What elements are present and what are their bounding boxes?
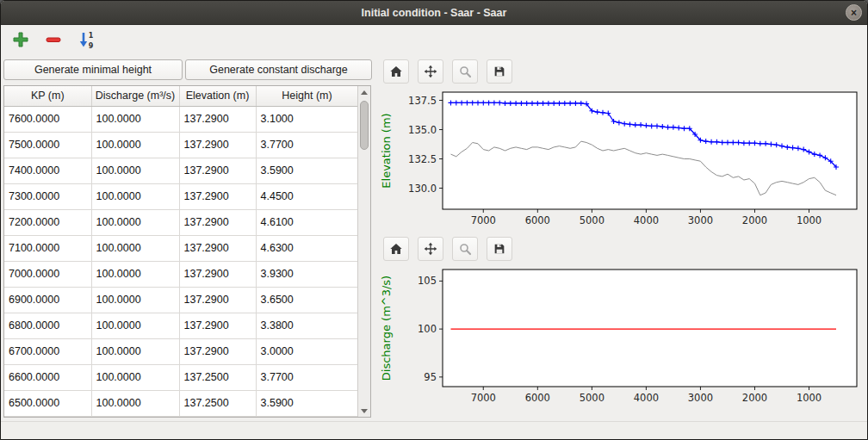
close-button[interactable]: ×: [846, 4, 862, 21]
table-cell[interactable]: 6500.0000: [4, 390, 91, 416]
add-row-button[interactable]: [8, 28, 34, 52]
table-cell[interactable]: 137.2900: [179, 235, 256, 261]
elevation-zoom-button[interactable]: [452, 59, 478, 84]
elevation-plot-toolbar: [376, 56, 867, 85]
table-cell[interactable]: 3.5900: [256, 390, 358, 416]
table-scrollbar[interactable]: [357, 86, 370, 417]
table-cell[interactable]: 137.2500: [179, 364, 256, 390]
table-cell[interactable]: 100.0000: [91, 313, 179, 338]
elevation-chart[interactable]: 7000600050004000300020001000130.0132.513…: [378, 85, 865, 233]
table-cell[interactable]: 100.0000: [91, 364, 179, 390]
table-row: 7200.0000100.0000137.29004.6100: [4, 209, 358, 235]
table-header-cell[interactable]: Discharge (m³/s): [91, 86, 179, 106]
table-body: 7600.0000100.0000137.29003.10007500.0000…: [4, 106, 358, 416]
generate-constant-discharge-button[interactable]: Generate constant discharge: [185, 59, 372, 80]
sort-rows-button[interactable]: 1 9: [73, 28, 99, 52]
discharge-home-button[interactable]: [383, 237, 409, 261]
table-cell[interactable]: 137.2900: [179, 261, 256, 287]
table-cell[interactable]: 3.3800: [256, 313, 358, 338]
table-cell[interactable]: 100.0000: [91, 390, 179, 416]
elevation-save-button[interactable]: [487, 59, 512, 84]
scrollbar-thumb[interactable]: [360, 101, 369, 150]
right-panel: 7000600050004000300020001000130.0132.513…: [375, 54, 867, 421]
table-row: 6500.0000100.0000137.25003.5900: [4, 390, 358, 416]
table-cell[interactable]: 100.0000: [91, 338, 179, 364]
main-toolbar: 1 9: [1, 25, 867, 54]
scrollbar-down-button[interactable]: [358, 405, 370, 417]
table-cell[interactable]: 3.6500: [256, 287, 358, 313]
table-cell[interactable]: 3.5900: [256, 158, 358, 183]
svg-text:135.0: 135.0: [408, 124, 437, 136]
table-cell[interactable]: 100.0000: [91, 106, 179, 132]
table-cell[interactable]: 137.2500: [179, 390, 256, 416]
table-cell[interactable]: 100.0000: [91, 261, 179, 287]
table-header-cell[interactable]: Height (m): [256, 86, 358, 106]
discharge-chart[interactable]: 700060005000400030002000100095100105Disc…: [378, 263, 865, 411]
generate-minimal-height-button[interactable]: Generate minimal height: [3, 59, 183, 80]
svg-text:7000: 7000: [471, 214, 496, 226]
svg-text:2000: 2000: [742, 214, 767, 226]
table-cell[interactable]: 7400.0000: [4, 158, 91, 183]
table-cell[interactable]: 137.2900: [179, 183, 256, 209]
window-title: Initial condition - Saar - Saar: [362, 7, 507, 19]
table-cell[interactable]: 3.7700: [256, 132, 358, 158]
table-cell[interactable]: 6900.0000: [4, 287, 91, 313]
remove-row-button[interactable]: [40, 28, 66, 52]
table-cell[interactable]: 100.0000: [91, 183, 179, 209]
table-cell[interactable]: 4.6300: [256, 235, 358, 261]
table-cell[interactable]: 137.2900: [179, 158, 256, 183]
table-cell[interactable]: 3.0000: [256, 338, 358, 364]
table-header-cell[interactable]: Elevation (m): [179, 86, 256, 106]
table-cell[interactable]: 7600.0000: [4, 106, 91, 132]
table-row: 7400.0000100.0000137.29003.5900: [4, 158, 358, 183]
elevation-pan-button[interactable]: [418, 59, 443, 84]
table-cell[interactable]: 100.0000: [91, 132, 179, 158]
titlebar[interactable]: Initial condition - Saar - Saar ×: [1, 1, 867, 25]
table-cell[interactable]: 137.2900: [179, 313, 256, 338]
discharge-zoom-button[interactable]: [452, 237, 478, 261]
zoom-icon: [458, 61, 472, 82]
discharge-save-button[interactable]: [487, 237, 512, 261]
table-header-cell[interactable]: KP (m): [4, 86, 91, 106]
table-cell[interactable]: 7300.0000: [4, 183, 91, 209]
table-cell[interactable]: 4.6100: [256, 209, 358, 235]
table-cell[interactable]: 3.1000: [256, 106, 358, 132]
svg-text:130.0: 130.0: [408, 183, 437, 195]
home-icon: [389, 239, 403, 259]
table-cell[interactable]: 7000.0000: [4, 261, 91, 287]
table-cell[interactable]: 3.7700: [256, 364, 358, 390]
svg-text:4000: 4000: [634, 214, 659, 226]
zoom-icon: [458, 239, 472, 259]
elevation-home-button[interactable]: [383, 59, 409, 84]
table-cell[interactable]: 4.4500: [256, 183, 358, 209]
table-cell[interactable]: 7500.0000: [4, 132, 91, 158]
table-cell[interactable]: 137.2900: [179, 209, 256, 235]
svg-text:3000: 3000: [688, 214, 713, 226]
pan-icon: [424, 61, 437, 82]
scrollbar-up-button[interactable]: [358, 86, 370, 98]
svg-text:Discharge (m^3/s): Discharge (m^3/s): [380, 276, 393, 381]
table-cell[interactable]: 100.0000: [91, 158, 179, 183]
table-cell[interactable]: 6600.0000: [4, 364, 91, 390]
table-cell[interactable]: 137.2900: [179, 287, 256, 313]
table-cell[interactable]: 7100.0000: [4, 235, 91, 261]
table-cell[interactable]: 100.0000: [91, 235, 179, 261]
table-cell[interactable]: 100.0000: [91, 287, 179, 313]
table-cell[interactable]: 137.2900: [179, 106, 256, 132]
save-icon: [493, 61, 506, 82]
discharge-pan-button[interactable]: [418, 237, 443, 261]
table-cell[interactable]: 137.2900: [179, 338, 256, 364]
table-cell[interactable]: 6800.0000: [4, 313, 91, 338]
table-cell[interactable]: 3.9300: [256, 261, 358, 287]
svg-text:5000: 5000: [580, 392, 604, 404]
table-cell[interactable]: 137.2900: [179, 132, 256, 158]
table-cell[interactable]: 7200.0000: [4, 209, 91, 235]
pan-icon: [424, 239, 437, 259]
svg-text:Elevation (m): Elevation (m): [380, 113, 393, 188]
table-cell[interactable]: 100.0000: [91, 209, 179, 235]
table-row: 7000.0000100.0000137.29003.9300: [4, 261, 358, 287]
table-row: 6700.0000100.0000137.29003.0000: [4, 338, 358, 364]
content-area: Generate minimal height Generate constan…: [1, 54, 867, 421]
table-cell[interactable]: 6700.0000: [4, 338, 91, 364]
sort-rows-icon: 1 9: [77, 30, 96, 49]
